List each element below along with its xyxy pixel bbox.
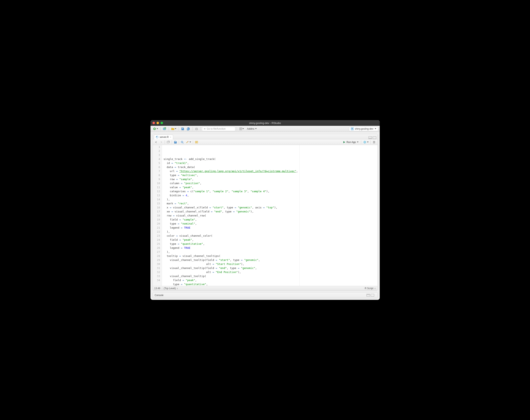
code-line[interactable]: visual_channel_tooltip(field = "start", … <box>164 258 378 262</box>
svg-rect-28 <box>371 294 374 296</box>
goto-file-input[interactable]: Go to file/function <box>202 127 235 131</box>
svg-point-13 <box>156 136 157 137</box>
code-line[interactable]: type = "quantitative", <box>164 242 378 246</box>
code-line[interactable]: type = "nominal", <box>164 222 378 226</box>
chevron-down-icon <box>175 128 176 129</box>
code-line[interactable]: row = "sample", <box>164 177 378 181</box>
open-file-button[interactable] <box>170 127 177 131</box>
find-button[interactable] <box>180 140 185 144</box>
code-line[interactable]: type = "quantitative", <box>164 282 378 286</box>
document-outline-button[interactable] <box>194 140 199 144</box>
r-file-icon <box>156 136 159 139</box>
zoom-window-button[interactable] <box>161 122 163 124</box>
chevron-down-icon <box>242 128 244 129</box>
code-line[interactable]: url = "https://server.gosling-lang.org/a… <box>164 169 378 173</box>
line-number: 16 <box>153 205 160 210</box>
code-line[interactable]: row = visual_channel_row( <box>164 214 378 218</box>
console-header[interactable]: Console <box>153 292 378 298</box>
code-line[interactable]: type = "multivec", <box>164 173 378 177</box>
print-button[interactable] <box>194 127 199 131</box>
app-window: shiny.gosling-dev - RStudio Go to <box>150 120 380 300</box>
line-number: 23 <box>153 234 160 238</box>
new-file-button[interactable] <box>152 127 159 131</box>
code-line[interactable]: value = "peak", <box>164 185 378 189</box>
line-number: 27 <box>153 250 160 254</box>
maximize-pane-icon[interactable] <box>373 136 376 139</box>
separator <box>169 127 169 131</box>
code-line[interactable]: binSize = 4, <box>164 193 378 198</box>
code-line[interactable]: categories = c("sample 1", "sample 2", "… <box>164 189 378 193</box>
line-number: 3 <box>153 153 160 157</box>
tab-server-r[interactable]: server.R × <box>154 135 173 139</box>
line-number: 28 <box>153 254 160 258</box>
code-line[interactable]: id = "track1", <box>164 161 378 165</box>
code-line[interactable]: visual_channel_tooltip( <box>164 274 378 278</box>
minimize-pane-icon[interactable] <box>366 294 370 297</box>
close-window-button[interactable] <box>152 122 155 124</box>
outline-toggle-button[interactable] <box>372 140 376 144</box>
filetype-selector[interactable]: R Script⇕ <box>365 287 376 290</box>
svg-rect-4 <box>187 129 188 129</box>
content-area: server.R × <box>150 132 380 300</box>
code-line[interactable]: ), <box>164 198 378 202</box>
save-all-button[interactable] <box>186 127 191 131</box>
separator <box>162 287 162 290</box>
grid-button[interactable] <box>238 127 245 131</box>
project-selector[interactable]: R shiny.gosling-dev <box>349 127 378 131</box>
code-line[interactable]: data = track_data( <box>164 165 378 169</box>
code-line[interactable]: legend = TRUE <box>164 246 378 250</box>
code-line[interactable]: field = "peak", <box>164 278 378 282</box>
play-icon <box>343 141 345 143</box>
code-line[interactable]: color = visual_channel_color( <box>164 234 378 238</box>
window-controls <box>152 122 163 124</box>
chevron-down-icon <box>367 142 369 143</box>
code-line[interactable]: ), <box>164 250 378 254</box>
line-number: 12 <box>153 189 160 193</box>
code-line[interactable]: single_track <- add_single_track( <box>164 157 378 161</box>
minimize-pane-icon[interactable] <box>368 136 372 139</box>
console-pane: Console <box>152 292 378 298</box>
code-editor[interactable]: 1234567891011121314151617181920212223242… <box>153 145 378 286</box>
minimize-window-button[interactable] <box>157 122 159 124</box>
addins-menu[interactable]: Addins <box>246 127 258 131</box>
pane-controls <box>368 136 378 139</box>
code-area[interactable]: single_track <- add_single_track( id = "… <box>162 145 378 286</box>
code-line[interactable]: tooltip = visual_channel_tooltips( <box>164 254 378 258</box>
code-line[interactable]: ), <box>164 230 378 234</box>
separator <box>361 140 361 144</box>
code-tools-button[interactable] <box>185 140 192 144</box>
publish-button[interactable] <box>362 140 369 144</box>
svg-rect-6 <box>196 128 197 129</box>
code-line[interactable]: legend = TRUE <box>164 226 378 230</box>
line-number: 21 <box>153 226 160 230</box>
show-in-new-window-button[interactable] <box>166 140 170 144</box>
save-file-button[interactable] <box>173 140 177 144</box>
new-project-button[interactable] <box>162 127 167 131</box>
code-line[interactable]: alt = "End Position"), <box>164 270 378 274</box>
code-line[interactable]: x = visual_channel_x(field = "start", ty… <box>164 205 378 210</box>
line-number: 32 <box>153 270 160 274</box>
line-number: 7 <box>153 169 160 173</box>
svg-rect-15 <box>369 138 372 139</box>
code-line[interactable]: alt = "Start Position"), <box>164 262 378 266</box>
run-app-button[interactable]: Run App <box>342 141 360 144</box>
maximize-pane-icon[interactable] <box>371 294 374 297</box>
line-number: 29 <box>153 258 160 262</box>
close-tab-icon[interactable]: × <box>170 136 171 138</box>
scope-selector[interactable]: (Top Level)⇕ <box>164 287 178 290</box>
pane-controls <box>366 294 375 297</box>
forward-button[interactable] <box>159 140 163 144</box>
line-gutter: 1234567891011121314151617181920212223242… <box>153 145 162 286</box>
code-line[interactable]: mark = "rect", <box>164 202 378 205</box>
line-number: 11 <box>153 185 160 189</box>
code-line[interactable]: xe = visual_channel_x(field = "end", typ… <box>164 210 378 214</box>
code-line[interactable]: visual_channel_tooltip(field = "end", ty… <box>164 266 378 270</box>
back-button[interactable] <box>154 140 158 144</box>
code-line[interactable]: column = "position", <box>164 181 378 185</box>
svg-point-25 <box>364 142 365 143</box>
chevron-down-icon <box>375 128 376 129</box>
code-line[interactable]: field = "sample", <box>164 218 378 222</box>
save-button[interactable] <box>180 127 185 131</box>
code-line[interactable]: field = "peak", <box>164 238 378 242</box>
titlebar[interactable]: shiny.gosling-dev - RStudio <box>150 120 380 126</box>
